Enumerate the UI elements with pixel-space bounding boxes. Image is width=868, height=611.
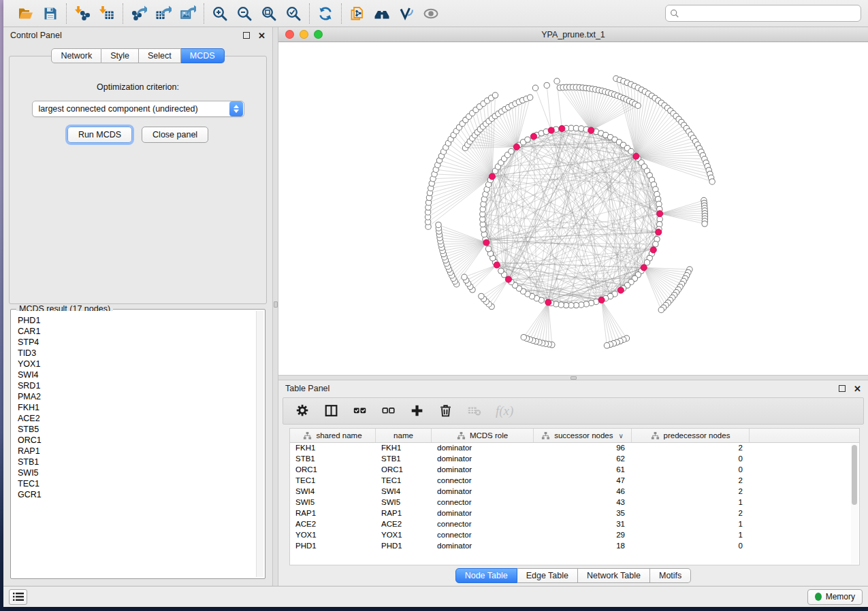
float-panel-icon[interactable] <box>243 32 250 39</box>
table-cell-shared-name[interactable]: RAP1 <box>290 508 376 519</box>
close-panel-icon[interactable]: ✕ <box>854 384 861 393</box>
mcds-result-item[interactable]: TID3 <box>18 348 262 359</box>
import-network-from-file-button[interactable] <box>74 5 91 22</box>
table-cell-predecessor-nodes[interactable]: 1 <box>632 530 750 541</box>
tab-network-table[interactable]: Network Table <box>578 568 650 583</box>
table-cell-successor-nodes[interactable]: 46 <box>534 486 632 497</box>
column-header-predecessor-nodes[interactable]: predecessor nodes <box>632 429 750 442</box>
table-cell-successor-nodes[interactable]: 62 <box>534 454 632 465</box>
close-panel-icon[interactable]: ✕ <box>258 31 266 40</box>
mcds-result-item[interactable]: STB5 <box>18 424 262 435</box>
table-cell-MCDS-role[interactable]: dominator <box>432 465 534 476</box>
table-cell-successor-nodes[interactable]: 31 <box>534 519 632 530</box>
table-cell-MCDS-role[interactable]: connector <box>432 519 534 530</box>
export-table-button[interactable] <box>155 5 172 22</box>
search-input[interactable] <box>683 9 856 18</box>
table-cell-name[interactable]: ACE2 <box>376 519 432 530</box>
mcds-result-item[interactable]: YOX1 <box>18 359 262 369</box>
table-cell-shared-name[interactable]: SWI5 <box>290 497 376 508</box>
table-row[interactable]: RAP1RAP1dominator352 <box>290 508 859 519</box>
table-cell-shared-name[interactable]: FKH1 <box>290 443 376 454</box>
table-row[interactable]: FKH1FKH1dominator962 <box>290 443 859 454</box>
mcds-result-item[interactable]: ORC1 <box>18 435 262 446</box>
column-header-MCDS-role[interactable]: MCDS role <box>432 429 534 442</box>
float-panel-icon[interactable] <box>839 385 846 392</box>
table-cell-shared-name[interactable]: YOX1 <box>290 530 376 541</box>
memory-button[interactable]: Memory <box>807 589 863 605</box>
table-cell-successor-nodes[interactable]: 43 <box>534 497 632 508</box>
table-cell-MCDS-role[interactable]: connector <box>432 530 534 541</box>
table-cell-successor-nodes[interactable]: 61 <box>534 465 632 476</box>
column-header-shared-name[interactable]: shared name <box>290 429 376 442</box>
table-cell-shared-name[interactable]: TEC1 <box>290 476 376 486</box>
table-cell-successor-nodes[interactable]: 47 <box>534 476 632 486</box>
table-row[interactable]: PHD1PHD1dominator180 <box>290 541 859 552</box>
show-network-overview-eye-button[interactable] <box>422 5 440 22</box>
table-cell-MCDS-role[interactable]: dominator <box>432 508 534 519</box>
toggle-graphics-details-button[interactable] <box>398 5 415 22</box>
table-cell-predecessor-nodes[interactable]: 1 <box>632 519 750 530</box>
table-row[interactable]: STB1STB1dominator620 <box>290 454 859 465</box>
table-row[interactable]: SWI5SWI5connector431 <box>290 497 859 508</box>
tab-style[interactable]: Style <box>101 48 139 63</box>
table-cell-predecessor-nodes[interactable]: 2 <box>632 486 750 497</box>
table-cell-shared-name[interactable]: ORC1 <box>290 465 376 476</box>
show-columns-button[interactable] <box>324 401 339 420</box>
zoom-fit-content-button[interactable] <box>260 5 278 22</box>
tab-motifs[interactable]: Motifs <box>650 568 691 583</box>
table-cell-predecessor-nodes[interactable]: 0 <box>632 541 750 552</box>
open-file-button[interactable] <box>17 5 35 22</box>
network-from-selection-button[interactable] <box>349 5 366 22</box>
network-canvas[interactable] <box>278 42 868 375</box>
table-cell-MCDS-role[interactable]: dominator <box>432 443 534 454</box>
mcds-result-item[interactable]: TEC1 <box>18 478 262 489</box>
apply-preferred-layout-button[interactable] <box>317 5 334 22</box>
delete-columns-trash-button[interactable] <box>438 401 453 420</box>
table-cell-name[interactable]: SWI5 <box>376 497 432 508</box>
table-cell-shared-name[interactable]: STB1 <box>290 454 376 465</box>
table-cell-successor-nodes[interactable]: 18 <box>534 541 632 552</box>
table-cell-MCDS-role[interactable]: connector <box>432 476 534 486</box>
table-cell-predecessor-nodes[interactable]: 2 <box>632 508 750 519</box>
tab-node-table[interactable]: Node Table <box>455 568 517 583</box>
import-table-from-file-button[interactable] <box>98 5 116 22</box>
table-cell-successor-nodes[interactable]: 29 <box>534 530 632 541</box>
mcds-list-scrollbar[interactable] <box>256 311 263 577</box>
splitter-grip[interactable] <box>274 301 278 308</box>
task-history-button[interactable] <box>9 589 27 605</box>
mcds-result-item[interactable]: STB1 <box>18 457 262 467</box>
table-cell-predecessor-nodes[interactable]: 0 <box>632 465 750 476</box>
tab-select[interactable]: Select <box>139 48 181 63</box>
vertical-splitter[interactable] <box>272 27 278 586</box>
table-cell-shared-name[interactable]: PHD1 <box>290 541 376 552</box>
minimize-window-light[interactable] <box>300 30 308 39</box>
table-cell-name[interactable]: YOX1 <box>376 530 432 541</box>
table-options-gear-button[interactable] <box>295 401 310 420</box>
splitter-grip[interactable] <box>570 376 577 380</box>
table-cell-shared-name[interactable]: SWI4 <box>290 486 376 497</box>
table-cell-name[interactable]: ORC1 <box>376 465 432 476</box>
column-header-name[interactable]: name <box>376 429 432 442</box>
mcds-result-item[interactable]: STP4 <box>18 337 262 348</box>
table-cell-successor-nodes[interactable]: 96 <box>534 443 632 454</box>
select-all-columns-button[interactable] <box>353 401 368 420</box>
table-cell-successor-nodes[interactable]: 35 <box>534 508 632 519</box>
table-cell-name[interactable]: SWI4 <box>376 486 432 497</box>
mcds-result-item[interactable]: ACE2 <box>18 413 262 424</box>
table-row[interactable]: ACE2ACE2connector311 <box>290 519 859 530</box>
horizontal-splitter[interactable] <box>278 375 868 380</box>
table-cell-predecessor-nodes[interactable]: 0 <box>632 454 750 465</box>
optimization-criterion-select[interactable]: largest connected component (undirected) <box>32 101 244 117</box>
save-session-button[interactable] <box>42 5 59 22</box>
column-header-successor-nodes[interactable]: successor nodes∨ <box>534 429 632 442</box>
mcds-result-item[interactable]: RAP1 <box>18 446 262 457</box>
network-graph[interactable] <box>278 42 868 375</box>
table-cell-MCDS-role[interactable]: dominator <box>432 454 534 465</box>
table-cell-predecessor-nodes[interactable]: 1 <box>632 497 750 508</box>
table-row[interactable]: ORC1ORC1dominator610 <box>290 465 859 476</box>
table-cell-shared-name[interactable]: ACE2 <box>290 519 376 530</box>
table-cell-name[interactable]: TEC1 <box>376 476 432 486</box>
table-cell-name[interactable]: FKH1 <box>376 443 432 454</box>
zoom-window-light[interactable] <box>314 30 323 39</box>
table-row[interactable]: SWI4SWI4dominator462 <box>290 486 859 497</box>
